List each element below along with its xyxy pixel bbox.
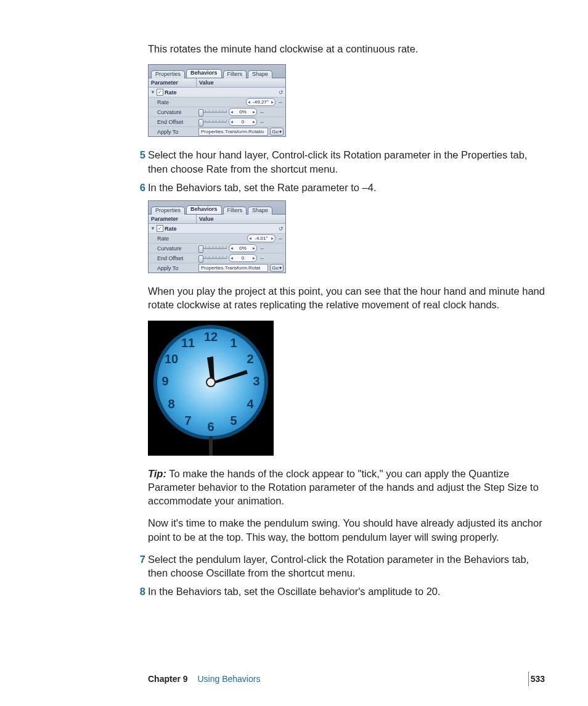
clock-svg: 12 1 2 3 4 5 6 7 8 9 10 11: [148, 321, 274, 456]
tab-bar: Properties Behaviors Filters Shape: [149, 65, 285, 78]
footer-left: Chapter 9 Using Behaviors: [148, 674, 260, 684]
param-row-curvature: Curvature ◂ 0% ▸ –: [149, 244, 285, 253]
param-row-rate: Rate ◂ -49.27° ▸ –: [149, 97, 285, 107]
tab-behaviors[interactable]: Behaviors: [186, 69, 222, 78]
group-row-rate[interactable]: ▼ ✓ Rate ↺: [149, 88, 285, 97]
group-row-rate[interactable]: ▼ ✓ Rate ↺: [149, 224, 285, 234]
stepper-left-icon[interactable]: ◂: [247, 99, 251, 105]
param-row-rate: Rate ◂ -4.01° ▸ –: [149, 234, 285, 244]
rate-value-stepper[interactable]: ◂ -4.01° ▸: [247, 234, 276, 242]
param-row-applyto: Apply To Properties.Transform.Rotatio Go…: [149, 127, 285, 136]
stepper-left-icon[interactable]: ◂: [248, 236, 253, 241]
clock-image: 12 1 2 3 4 5 6 7 8 9 10 11: [148, 321, 274, 456]
page-number: 533: [531, 674, 545, 684]
disclosure-triangle-icon[interactable]: ▼: [150, 226, 155, 231]
slider-thumb-icon[interactable]: [198, 255, 203, 263]
go-button[interactable]: Go▾: [270, 264, 284, 272]
disclosure-triangle-icon[interactable]: ▼: [150, 90, 155, 95]
rate-value-stepper[interactable]: ◂ -49.27° ▸: [246, 98, 276, 106]
inspector-panel-1: Properties Behaviors Filters Shape Param…: [148, 64, 545, 137]
curvature-value-stepper[interactable]: ◂ 0% ▸: [229, 108, 257, 116]
tab-filters[interactable]: Filters: [223, 70, 247, 78]
curvature-slider[interactable]: [198, 109, 227, 115]
apply-to-field[interactable]: Properties.Transform.Rotat: [198, 264, 268, 272]
stepper-right-icon[interactable]: ▸: [251, 255, 256, 261]
step-8: 8 In the Behaviors tab, set the Oscillat…: [148, 585, 545, 598]
param-menu-icon[interactable]: –: [277, 236, 284, 242]
footer-separator: [528, 671, 529, 686]
stepper-right-icon[interactable]: ▸: [270, 236, 275, 241]
go-button[interactable]: Go▾: [270, 128, 284, 136]
tab-behaviors[interactable]: Behaviors: [186, 205, 222, 214]
endoffset-value: 0: [234, 119, 251, 125]
stepper-right-icon[interactable]: ▸: [251, 119, 256, 125]
rate-value: -49.27°: [251, 99, 270, 105]
param-label: Apply To: [157, 265, 178, 271]
enable-checkbox[interactable]: ✓: [157, 225, 163, 232]
step-text: Select the hour hand layer, Control-clic…: [148, 149, 527, 174]
stepper-right-icon[interactable]: ▸: [251, 245, 256, 251]
param-menu-icon[interactable]: –: [259, 255, 265, 261]
step-text: In the Behaviors tab, set the Rate param…: [148, 182, 377, 193]
endoffset-value-stepper[interactable]: ◂ 0 ▸: [229, 254, 257, 262]
param-menu-icon[interactable]: –: [259, 109, 265, 115]
chevron-down-icon: ▾: [279, 129, 282, 134]
endoffset-slider[interactable]: [198, 119, 227, 125]
clock-num-6: 6: [207, 420, 214, 433]
stepper-right-icon[interactable]: ▸: [251, 109, 256, 115]
reset-icon[interactable]: ↺: [279, 226, 284, 232]
enable-checkbox[interactable]: ✓: [157, 89, 163, 96]
param-label: End Offset: [157, 119, 183, 125]
page-footer: Chapter 9 Using Behaviors 533: [0, 674, 588, 684]
param-menu-icon[interactable]: –: [259, 245, 265, 252]
clock-num-2: 2: [247, 352, 253, 366]
panel: Properties Behaviors Filters Shape Param…: [148, 200, 286, 273]
after-panel2-text: When you play the project at this point,…: [148, 284, 545, 312]
stepper-left-icon[interactable]: ◂: [229, 255, 234, 261]
stepper-left-icon[interactable]: ◂: [229, 109, 234, 115]
param-label: Curvature: [157, 245, 182, 252]
endoffset-value: 0: [234, 255, 251, 261]
curvature-value: 0%: [234, 245, 251, 251]
clock-num-3: 3: [253, 374, 259, 388]
pendulum-intro-text: Now it's time to make the pendulum swing…: [148, 516, 545, 544]
step-5: 5 Select the hour hand layer, Control-cl…: [148, 148, 545, 176]
step-text: In the Behaviors tab, set the Oscillate …: [148, 586, 441, 597]
tip-label: Tip:: [148, 468, 166, 479]
tab-properties[interactable]: Properties: [151, 70, 185, 78]
tab-shape[interactable]: Shape: [248, 207, 272, 215]
tab-filters[interactable]: Filters: [223, 207, 247, 215]
param-menu-icon[interactable]: –: [259, 119, 265, 125]
slider-thumb-icon[interactable]: [198, 245, 203, 253]
column-parameter: Parameter: [149, 78, 197, 87]
tip-paragraph: Tip: To make the hands of the clock appe…: [148, 467, 545, 508]
tab-shape[interactable]: Shape: [248, 70, 272, 78]
stepper-left-icon[interactable]: ◂: [229, 245, 234, 251]
rate-value: -4.01°: [253, 236, 270, 241]
slider-thumb-icon[interactable]: [198, 109, 203, 117]
clock-center: [206, 378, 215, 387]
group-label: Rate: [165, 89, 177, 96]
reset-icon[interactable]: ↺: [279, 89, 284, 96]
chevron-down-icon: ▾: [279, 265, 282, 271]
curvature-value-stepper[interactable]: ◂ 0% ▸: [229, 244, 257, 252]
column-value: Value: [197, 78, 285, 87]
apply-to-field[interactable]: Properties.Transform.Rotatio: [198, 128, 268, 136]
tab-properties[interactable]: Properties: [151, 207, 185, 215]
tab-bar: Properties Behaviors Filters Shape: [149, 201, 285, 215]
clock-num-8: 8: [168, 397, 174, 411]
clock-figure: 12 1 2 3 4 5 6 7 8 9 10 11: [148, 321, 545, 456]
param-menu-icon[interactable]: –: [277, 99, 284, 105]
param-row-endoffset: End Offset ◂ 0 ▸ –: [149, 253, 285, 263]
stepper-left-icon[interactable]: ◂: [229, 119, 234, 125]
param-label: Curvature: [157, 109, 182, 115]
group-label: Rate: [165, 226, 177, 232]
endoffset-value-stepper[interactable]: ◂ 0 ▸: [229, 118, 257, 126]
column-parameter: Parameter: [149, 215, 197, 223]
slider-thumb-icon[interactable]: [198, 119, 203, 126]
endoffset-slider[interactable]: [198, 255, 227, 261]
stepper-right-icon[interactable]: ▸: [270, 99, 275, 105]
step-number: 6: [136, 181, 145, 194]
curvature-slider[interactable]: [198, 245, 227, 252]
panel: Properties Behaviors Filters Shape Param…: [148, 64, 286, 137]
